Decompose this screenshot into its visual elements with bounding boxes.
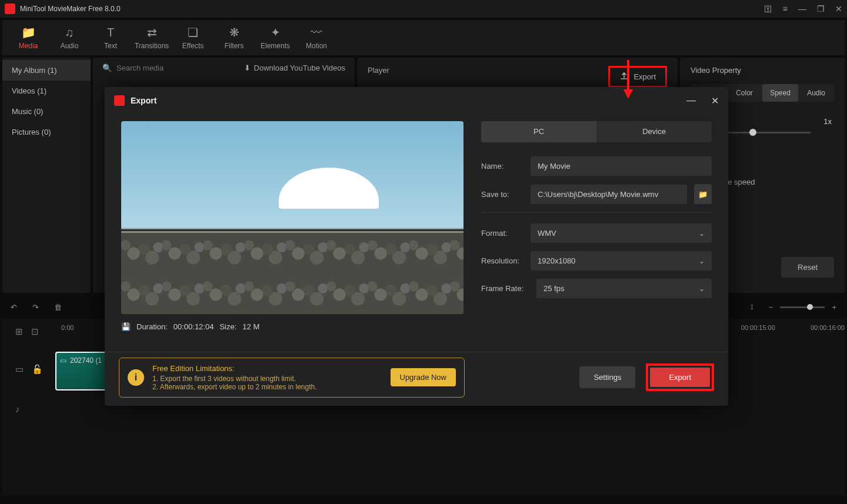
dialog-close-icon[interactable]: ✕ xyxy=(711,95,719,106)
dialog-title: Export xyxy=(131,96,156,105)
saveto-input[interactable] xyxy=(531,185,687,204)
motion-icon: 〰 xyxy=(311,26,322,39)
minimize-icon[interactable]: — xyxy=(798,4,806,14)
export-confirm-button[interactable]: Export xyxy=(650,368,710,387)
property-tab-color[interactable]: Color xyxy=(726,84,762,102)
app-logo-icon xyxy=(5,4,15,14)
reset-button[interactable]: Reset xyxy=(781,257,834,278)
lock-icon[interactable]: 🔓 xyxy=(32,364,43,375)
settings-button[interactable]: Settings xyxy=(579,366,635,388)
framerate-select[interactable]: 25 fps⌄ xyxy=(536,279,712,298)
snap-icon[interactable]: ⟟ xyxy=(751,302,753,312)
property-tab-speed[interactable]: Speed xyxy=(762,84,798,102)
track-menu-icon[interactable]: ⊡ xyxy=(31,326,39,337)
format-label: Format: xyxy=(481,229,523,238)
close-icon[interactable]: ✕ xyxy=(835,4,842,14)
sidebar-item[interactable]: Music (0) xyxy=(2,101,91,122)
annotation-arrow xyxy=(621,60,635,101)
undo-icon[interactable]: ↶ xyxy=(11,303,17,312)
media-icon: 📁 xyxy=(21,25,36,39)
transitions-icon: ⇄ xyxy=(147,25,157,39)
title-bar: MiniTool MovieMaker Free 8.0.0 ⚿ ≡ — ❐ ✕ xyxy=(0,0,847,18)
name-label: Name: xyxy=(481,162,523,171)
add-track-icon[interactable]: ⊞ xyxy=(15,326,23,337)
dialog-logo-icon xyxy=(114,95,125,106)
browse-button[interactable]: 📁 xyxy=(694,184,712,204)
zoom-out-icon[interactable]: − xyxy=(769,303,773,312)
tab-effects[interactable]: ❏Effects xyxy=(173,22,213,53)
folder-icon: 📁 xyxy=(698,190,708,199)
export-confirm-highlight: Export xyxy=(646,363,714,391)
audio-icon: ♫ xyxy=(65,26,74,39)
zoom-knob[interactable] xyxy=(807,304,813,310)
clip-media-icon: ▭ xyxy=(60,356,66,365)
app-title: MiniTool MovieMaker Free 8.0.0 xyxy=(20,5,764,13)
menu-icon[interactable]: ≡ xyxy=(783,4,788,14)
upgrade-button[interactable]: Upgrade Now xyxy=(391,368,456,386)
tab-pc[interactable]: PC xyxy=(481,121,596,142)
tab-elements[interactable]: ✦Elements xyxy=(255,22,295,53)
export-preview xyxy=(121,121,463,314)
tab-media[interactable]: 📁Media xyxy=(8,22,48,53)
download-icon: ⬇ xyxy=(244,64,251,72)
search-placeholder: Search media xyxy=(116,64,164,72)
tab-transitions[interactable]: ⇄Transitions xyxy=(132,22,172,53)
top-toolbar: 📁Media♫AudioTText⇄Transitions❏Effects❋Fi… xyxy=(2,20,845,55)
svg-marker-1 xyxy=(623,89,633,99)
slider-knob[interactable] xyxy=(749,129,756,136)
tab-motion[interactable]: 〰Motion xyxy=(296,22,336,53)
sidebar-item[interactable]: Videos (1) xyxy=(2,81,91,101)
redo-icon[interactable]: ↷ xyxy=(32,303,39,312)
chevron-down-icon: ⌄ xyxy=(699,229,705,238)
elements-icon: ✦ xyxy=(271,25,281,39)
clip-label: 202740 (1 xyxy=(70,356,102,365)
filters-icon: ❋ xyxy=(229,25,239,39)
audio-track-icon[interactable]: ♪ xyxy=(15,404,20,414)
search-icon: 🔍 xyxy=(102,64,112,72)
info-icon: i xyxy=(128,369,144,386)
zoom-in-icon[interactable]: + xyxy=(832,303,836,312)
media-sidebar: My Album (1)Videos (1)Music (0)Pictures … xyxy=(2,58,91,293)
export-metadata: 💾 Duration: 00:00:12:04 Size: 12 M xyxy=(121,322,463,331)
saveto-label: Save to: xyxy=(481,190,523,199)
zoom-slider[interactable] xyxy=(780,306,825,308)
dialog-minimize-icon[interactable]: — xyxy=(686,95,696,106)
framerate-label: Frame Rate: xyxy=(481,284,529,293)
name-input[interactable] xyxy=(531,156,712,176)
format-select[interactable]: WMV⌄ xyxy=(531,223,712,243)
tab-device[interactable]: Device xyxy=(596,121,712,142)
key-icon[interactable]: ⚿ xyxy=(764,4,772,14)
timeline-zoom: − + xyxy=(769,303,836,312)
search-input[interactable]: 🔍 Search media xyxy=(102,64,164,72)
maximize-icon[interactable]: ❐ xyxy=(817,4,825,14)
tab-filters[interactable]: ❋Filters xyxy=(214,22,254,53)
video-track-icon[interactable]: ▭ xyxy=(15,364,24,375)
sidebar-item[interactable]: My Album (1) xyxy=(2,60,91,81)
effects-icon: ❏ xyxy=(188,25,198,39)
export-dialog: Export — ✕ 💾 Duration: 00:00:12:04 Size:… xyxy=(105,87,728,406)
resolution-label: Resolution: xyxy=(481,256,523,265)
download-youtube-button[interactable]: ⬇ Download YouTube Videos xyxy=(244,64,345,72)
text-icon: T xyxy=(107,26,114,39)
player-label: Player xyxy=(368,66,608,75)
chevron-down-icon: ⌄ xyxy=(699,257,705,265)
resolution-select[interactable]: 1920x1080⌄ xyxy=(531,251,712,271)
export-target-tabs: PC Device xyxy=(481,121,712,142)
delete-icon[interactable]: 🗑 xyxy=(54,303,62,312)
export-button[interactable]: Export xyxy=(608,66,667,88)
chevron-down-icon: ⌄ xyxy=(699,285,705,293)
property-tab-audio[interactable]: Audio xyxy=(798,84,834,102)
sidebar-item[interactable]: Pictures (0) xyxy=(2,122,91,142)
limitations-notice: i Free Edition Limitations: 1. Export th… xyxy=(119,358,465,398)
tab-text[interactable]: TText xyxy=(91,22,131,53)
tab-audio[interactable]: ♫Audio xyxy=(49,22,89,53)
save-disk-icon: 💾 xyxy=(121,322,131,331)
properties-title: Video Property xyxy=(691,66,834,75)
